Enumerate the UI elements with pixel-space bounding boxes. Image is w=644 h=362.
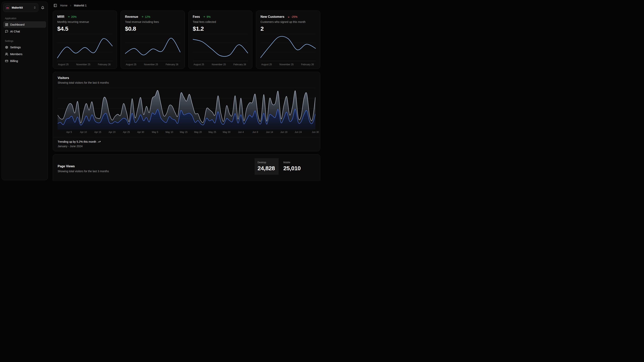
sidebar: m Makerkit Application Dashboard AI Chat xyxy=(2,2,48,180)
stat-card-title: Fees xyxy=(193,15,200,19)
stat-card-new-customers: New Customers -25% Customers who signed … xyxy=(256,11,320,69)
stat-cards-row: MRR 20% Monthly recurring revenue $4.5 A… xyxy=(53,11,320,69)
sidebar-group-settings: Settings Settings Members Billing xyxy=(3,40,46,64)
axis-tick: May 10 xyxy=(166,131,173,134)
axis-tick: November 25 xyxy=(212,63,226,66)
page-views-card: Page Views Showing total visitors for th… xyxy=(53,154,320,181)
sidebar-toggle-button[interactable] xyxy=(53,3,58,8)
trend-badge: -25% xyxy=(288,15,298,18)
trending-up-icon xyxy=(98,140,100,143)
sparkline-chart xyxy=(193,34,248,61)
toggle-value: 24,828 xyxy=(258,165,276,172)
sidebar-item-ai-chat[interactable]: AI Chat xyxy=(3,28,46,35)
axis-tick: May 25 xyxy=(208,131,216,134)
axis-tick: Apr 20 xyxy=(109,131,116,134)
visitors-subtitle: Showing total visitors for the last 6 mo… xyxy=(58,81,315,84)
stat-card-value: 2 xyxy=(260,26,316,32)
axis-tick: May 5 xyxy=(152,131,158,134)
sparkline-chart xyxy=(260,34,316,61)
axis-tick: Jun 19 xyxy=(280,131,288,134)
visitors-period-text: January - June 2024 xyxy=(58,145,315,148)
stat-card-value: $0.8 xyxy=(125,26,180,32)
axis-tick: Apr 30 xyxy=(137,131,144,134)
stat-card-description: Total revenue including fees xyxy=(125,20,180,24)
sidebar-group-application: Application Dashboard AI Chat xyxy=(3,17,46,35)
toggle-desktop[interactable]: Desktop 24,828 xyxy=(254,158,278,175)
stat-card-fees: Fees 9% Total fees collected $1.2 August… xyxy=(188,11,253,69)
sidebar-nav-settings: Settings Members Billing xyxy=(3,44,46,64)
gear-icon xyxy=(5,46,8,49)
axis-tick: February 26 xyxy=(166,63,178,66)
topbar: Home Makerkit 1 xyxy=(53,2,320,9)
trend-badge: 9% xyxy=(203,15,210,18)
visitors-chart xyxy=(53,84,320,129)
page-views-series-toggles: Desktop 24,828 Mobile 25,010 xyxy=(254,158,308,175)
axis-tick: May 30 xyxy=(223,131,230,134)
makerkit-logo: m xyxy=(6,6,10,10)
axis-tick: May 20 xyxy=(194,131,202,134)
stat-card-value: $1.2 xyxy=(193,26,248,32)
team-switcher[interactable]: m Makerkit xyxy=(3,3,38,12)
sparkline-chart xyxy=(125,34,180,61)
chevron-right-icon xyxy=(69,4,72,7)
sidebar-item-members[interactable]: Members xyxy=(3,51,46,57)
arrow-up-icon xyxy=(203,16,206,18)
arrow-down-icon xyxy=(288,16,290,18)
axis-tick: August 25 xyxy=(126,63,136,66)
breadcrumb-home[interactable]: Home xyxy=(60,4,68,7)
sidebar-item-label: Settings xyxy=(10,46,21,49)
stat-card-title: Revenue xyxy=(125,15,138,19)
chevrons-up-down-icon xyxy=(34,6,36,9)
axis-tick: May 15 xyxy=(180,131,188,134)
axis-tick: November 25 xyxy=(280,63,294,66)
toggle-label: Desktop xyxy=(258,161,276,164)
sidebar-group-label: Application xyxy=(3,17,46,20)
axis-tick: Jun 24 xyxy=(295,131,302,134)
axis-tick: August 25 xyxy=(58,63,68,66)
visitors-trend-text: Trending up by 5.2% this month xyxy=(58,140,96,143)
makerkit-logo-letter: m xyxy=(6,6,9,9)
credit-card-icon xyxy=(5,60,8,63)
stat-card-title: New Customers xyxy=(260,15,284,19)
sidebar-item-settings[interactable]: Settings xyxy=(3,44,46,51)
trend-badge: 20% xyxy=(68,15,76,18)
sparkline-axis: August 25 November 25 February 26 xyxy=(125,63,180,66)
sidebar-item-billing[interactable]: Billing xyxy=(3,58,46,64)
message-square-icon xyxy=(5,30,8,33)
stat-card-mrr: MRR 20% Monthly recurring revenue $4.5 A… xyxy=(53,11,117,69)
sidebar-group-label: Settings xyxy=(3,40,46,43)
visitors-area-chart xyxy=(58,88,315,129)
axis-tick: August 25 xyxy=(194,63,204,66)
users-icon xyxy=(5,53,8,56)
stat-card-value: $4.5 xyxy=(57,26,112,32)
team-name: Makerkit xyxy=(12,6,32,9)
axis-tick: February 26 xyxy=(234,63,246,66)
toggle-mobile[interactable]: Mobile 25,010 xyxy=(278,158,308,175)
trend-value: -25% xyxy=(291,15,298,18)
sidebar-item-label: Members xyxy=(10,52,22,56)
sparkline-chart xyxy=(57,34,112,61)
sidebar-item-label: Dashboard xyxy=(10,23,24,26)
toggle-label: Mobile xyxy=(283,161,305,164)
sparkline-axis: August 25 November 25 February 26 xyxy=(193,63,248,66)
main-content: Home Makerkit 1 MRR 20% Monthly recurrin… xyxy=(50,0,322,181)
trend-badge: 12% xyxy=(141,15,150,18)
stat-card-title: MRR xyxy=(57,15,64,19)
sidebar-header: m Makerkit xyxy=(3,3,46,12)
trend-value: 12% xyxy=(145,15,150,18)
breadcrumb-current: Makerkit 1 xyxy=(74,4,86,7)
axis-tick: November 25 xyxy=(144,63,158,66)
notifications-button[interactable] xyxy=(39,4,46,11)
sidebar-item-label: AI Chat xyxy=(10,30,20,33)
sidebar-item-label: Billing xyxy=(10,59,18,63)
axis-tick: Apr 10 xyxy=(80,131,87,134)
sidebar-item-dashboard[interactable]: Dashboard xyxy=(3,21,46,28)
axis-tick: Jun 4 xyxy=(238,131,244,134)
visitors-footer: Trending up by 5.2% this month January -… xyxy=(53,137,320,151)
bell-icon xyxy=(41,6,44,10)
trend-value: 20% xyxy=(71,15,76,18)
axis-tick: November 25 xyxy=(76,63,90,66)
axis-tick: Apr 15 xyxy=(94,131,101,134)
axis-tick: Apr 25 xyxy=(123,131,130,134)
sparkline-axis: August 25 November 25 February 26 xyxy=(57,63,112,66)
